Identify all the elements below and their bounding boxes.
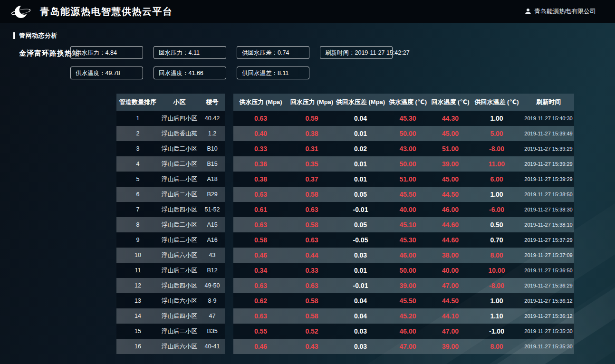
cell-supply-pressure: 0.40 xyxy=(233,126,288,141)
cell-rank: 7 xyxy=(116,202,159,217)
cell-rank: 16 xyxy=(116,339,159,354)
cell-supply-pressure: 0.63 xyxy=(233,278,288,293)
cell-refresh-time: 2019-11-27 15:36:12 xyxy=(523,308,574,324)
table-row: 12浮山后四小区49-500.630.63-0.0139.0047.00-8.0… xyxy=(116,278,574,293)
cell-return-temp: 46.00 xyxy=(430,202,471,217)
stat-box-r2-0: 供水温度：49.78 xyxy=(70,67,143,79)
cell-rank: 15 xyxy=(116,324,159,339)
cell-building: 47 xyxy=(200,308,225,324)
user-icon xyxy=(525,8,531,15)
cell-supply-temp: 45.30 xyxy=(385,111,430,126)
cell-return-temp: 51.00 xyxy=(430,141,471,156)
table-header-row: 管道数量排序小区楼号供水压力 (Mpa)回水压力 (Mpa)供回水压差 (Mpa… xyxy=(116,94,574,111)
account-menu[interactable]: 青岛能源热电有限公司 xyxy=(525,7,596,16)
cell-building: A18 xyxy=(200,172,225,187)
cell-supply-temp: 45.20 xyxy=(385,308,430,324)
table-row: 9浮山后二小区A160.580.63-0.0545.3044.600.70201… xyxy=(116,232,574,248)
cell-return-temp: 44.50 xyxy=(430,187,471,202)
cell-return-pressure: 0.52 xyxy=(288,324,336,339)
col-header: 回水温度 (℃) xyxy=(430,94,471,111)
cell-community: 浮山后二小区 xyxy=(159,263,200,278)
cell-community: 浮山后六小区 xyxy=(159,248,200,263)
cell-return-temp: 39.00 xyxy=(430,339,471,354)
col-header: 管道数量排序 xyxy=(116,94,159,111)
section-title-label: 管网动态分析 xyxy=(19,31,58,40)
cell-rank: 8 xyxy=(116,217,159,232)
cell-rank: 13 xyxy=(116,293,159,308)
cell-community: 浮山后二小区 xyxy=(159,172,200,187)
cell-rank: 4 xyxy=(116,156,159,172)
cell-temp-diff: 10.00 xyxy=(471,263,523,278)
table-row: 13浮山后六小区8-90.620.580.0445.5044.501.00201… xyxy=(116,293,574,308)
cell-supply-pressure: 0.36 xyxy=(233,156,288,172)
col-header: 楼号 xyxy=(200,94,225,111)
cell-return-temp: 44.30 xyxy=(430,111,471,126)
cell-building: B12 xyxy=(200,263,225,278)
cell-community: 浮山后四小区 xyxy=(159,308,200,324)
cell-refresh-time: 2019-11-27 15:36:12 xyxy=(523,293,574,308)
cell-rank: 12 xyxy=(116,278,159,293)
cell-temp-diff: 6.00 xyxy=(471,172,523,187)
cell-pressure-diff: 0.02 xyxy=(336,141,385,156)
cell-community: 浮山后二小区 xyxy=(159,187,200,202)
table-row: 5浮山后二小区A180.380.370.0151.0045.006.002019… xyxy=(116,172,574,187)
col-header: 供回水压差 (Mpa) xyxy=(336,94,385,111)
cell-pressure-diff: 0.01 xyxy=(336,263,385,278)
cell-supply-temp: 39.00 xyxy=(385,278,430,293)
col-header: 小区 xyxy=(159,94,200,111)
stat-box-r1-2: 供回水压差：0.74 xyxy=(237,46,309,59)
cell-community: 浮山后香山苑 xyxy=(159,126,200,141)
cell-pressure-diff: 0.03 xyxy=(336,248,385,263)
cell-pressure-diff: 0.05 xyxy=(336,187,385,202)
cell-temp-diff: 8.00 xyxy=(471,248,523,263)
cell-return-pressure: 0.31 xyxy=(288,141,336,156)
cell-supply-temp: 51.00 xyxy=(385,172,430,187)
cell-return-pressure: 0.33 xyxy=(288,263,336,278)
cell-temp-diff: -1.00 xyxy=(471,324,523,339)
cell-refresh-time: 2019-11-27 15:39:29 xyxy=(523,156,574,172)
cell-refresh-time: 2019-11-27 15:40:30 xyxy=(523,111,574,126)
cell-return-temp: 40.00 xyxy=(430,263,471,278)
cell-refresh-time: 2019-11-27 15:37:29 xyxy=(523,232,574,248)
cell-building: 8-9 xyxy=(200,293,225,308)
cell-supply-temp: 46.00 xyxy=(385,324,430,339)
cell-temp-diff: 1.10 xyxy=(471,308,523,324)
table-row: 3浮山后二小区B100.330.310.0243.0051.00-8.00201… xyxy=(116,141,574,156)
company-name: 青岛能源热电有限公司 xyxy=(534,7,596,16)
cell-pressure-diff: 0.01 xyxy=(336,126,385,141)
stat-box-r1-3: 刷新时间：2019-11-27 15:42:27 xyxy=(320,46,393,59)
planet-logo-icon xyxy=(10,1,31,22)
cell-pressure-diff: 0.03 xyxy=(336,324,385,339)
cell-refresh-time: 2019-11-27 15:38:50 xyxy=(523,187,574,202)
cell-supply-temp: 45.50 xyxy=(385,187,430,202)
cell-refresh-time: 2019-11-27 15:35:30 xyxy=(523,324,574,339)
cell-pressure-diff: 0.03 xyxy=(336,339,385,354)
cell-pressure-diff: 0.04 xyxy=(336,111,385,126)
cell-pressure-diff: -0.01 xyxy=(336,202,385,217)
cell-supply-temp: 46.00 xyxy=(385,248,430,263)
cell-return-pressure: 0.44 xyxy=(288,248,336,263)
dashboard-page: 青岛能源热电智慧供热云平台 青岛能源热电有限公司 管网动态分析 金泽富环路换热站… xyxy=(0,0,615,364)
cell-supply-temp: 43.00 xyxy=(385,141,430,156)
cell-building: 40.42 xyxy=(200,111,225,126)
table-row: 2浮山后香山苑1.20.400.380.0150.0045.005.002019… xyxy=(116,126,574,141)
cell-community: 浮山后四小区 xyxy=(159,278,200,293)
cell-supply-temp: 45.30 xyxy=(385,232,430,248)
cell-community: 浮山后二小区 xyxy=(159,232,200,248)
cell-supply-pressure: 0.46 xyxy=(233,248,288,263)
cell-return-temp: 47.00 xyxy=(430,324,471,339)
cell-community: 浮山后四小区 xyxy=(159,202,200,217)
cell-return-pressure: 0.63 xyxy=(288,232,336,248)
cell-rank: 3 xyxy=(116,141,159,156)
col-header: 回水压力 (Mpa) xyxy=(288,94,336,111)
table-body: 1浮山后四小区40.420.630.590.0445.3044.301.0020… xyxy=(116,111,574,354)
section-title: 管网动态分析 xyxy=(13,31,58,40)
cell-building: B29 xyxy=(200,187,225,202)
cell-supply-pressure: 0.63 xyxy=(233,187,288,202)
cell-pressure-diff: -0.01 xyxy=(336,278,385,293)
cell-temp-diff: -8.00 xyxy=(471,141,523,156)
cell-return-temp: 45.00 xyxy=(430,172,471,187)
table-row: 8浮山后二小区A150.630.580.0545.1044.600.502019… xyxy=(116,217,574,232)
cell-rank: 10 xyxy=(116,248,159,263)
cell-refresh-time: 2019-11-27 15:38:10 xyxy=(523,217,574,232)
